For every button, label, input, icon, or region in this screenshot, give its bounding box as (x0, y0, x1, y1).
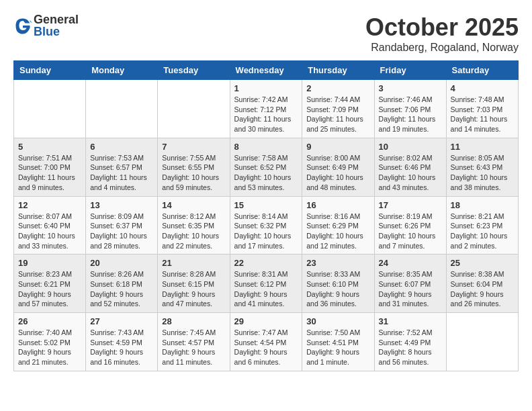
calendar-cell: 12Sunrise: 8:07 AMSunset: 6:40 PMDayligh… (14, 196, 86, 255)
day-number: 25 (451, 258, 514, 268)
calendar-cell: 4Sunrise: 7:48 AMSunset: 7:03 PMDaylight… (446, 80, 518, 138)
calendar-week-row: 1Sunrise: 7:42 AMSunset: 7:12 PMDaylight… (14, 80, 519, 138)
location: Randaberg, Rogaland, Norway (365, 42, 519, 54)
day-info: Sunrise: 8:35 AMSunset: 6:07 PMDaylight:… (379, 269, 442, 309)
day-info: Sunrise: 7:51 AMSunset: 7:00 PMDaylight:… (18, 153, 81, 193)
day-info: Sunrise: 8:33 AMSunset: 6:10 PMDaylight:… (306, 269, 369, 309)
day-number: 28 (162, 316, 225, 326)
logo-icon (13, 16, 32, 35)
day-number: 4 (451, 83, 514, 93)
day-info: Sunrise: 7:53 AMSunset: 6:57 PMDaylight:… (90, 153, 153, 193)
day-number: 13 (90, 200, 153, 210)
calendar-cell: 20Sunrise: 8:26 AMSunset: 6:18 PMDayligh… (86, 255, 158, 313)
day-number: 8 (234, 142, 298, 152)
day-info: Sunrise: 8:09 AMSunset: 6:37 PMDaylight:… (90, 212, 153, 251)
day-info: Sunrise: 8:28 AMSunset: 6:15 PMDaylight:… (162, 269, 225, 309)
day-info: Sunrise: 7:45 AMSunset: 4:57 PMDaylight:… (162, 328, 225, 367)
day-number: 18 (451, 200, 514, 210)
day-info: Sunrise: 7:43 AMSunset: 4:59 PMDaylight:… (90, 328, 153, 367)
calendar-cell (446, 313, 518, 371)
title-section: October 2025 Randaberg, Rogaland, Norway (365, 13, 519, 54)
calendar-cell: 1Sunrise: 7:42 AMSunset: 7:12 PMDaylight… (230, 80, 302, 138)
calendar-week-row: 26Sunrise: 7:40 AMSunset: 5:02 PMDayligh… (14, 313, 519, 371)
day-info: Sunrise: 7:40 AMSunset: 5:02 PMDaylight:… (18, 328, 81, 367)
day-info: Sunrise: 8:19 AMSunset: 6:26 PMDaylight:… (379, 212, 442, 251)
page-header: General Blue October 2025 Randaberg, Rog… (13, 13, 519, 54)
logo: General Blue (13, 13, 79, 38)
calendar-cell: 30Sunrise: 7:50 AMSunset: 4:51 PMDayligh… (302, 313, 374, 371)
day-number: 26 (18, 316, 81, 326)
calendar-cell: 6Sunrise: 7:53 AMSunset: 6:57 PMDaylight… (86, 138, 158, 196)
calendar-cell (158, 80, 230, 138)
logo-general-text: General (34, 13, 79, 26)
day-number: 17 (379, 200, 442, 210)
calendar-cell (86, 80, 158, 138)
calendar-cell: 29Sunrise: 7:47 AMSunset: 4:54 PMDayligh… (230, 313, 302, 371)
calendar-week-row: 5Sunrise: 7:51 AMSunset: 7:00 PMDaylight… (14, 138, 519, 196)
day-number: 14 (162, 200, 225, 210)
calendar-cell: 21Sunrise: 8:28 AMSunset: 6:15 PMDayligh… (158, 255, 230, 313)
day-info: Sunrise: 8:26 AMSunset: 6:18 PMDaylight:… (90, 269, 153, 309)
day-info: Sunrise: 7:58 AMSunset: 6:52 PMDaylight:… (234, 153, 298, 193)
day-info: Sunrise: 8:38 AMSunset: 6:04 PMDaylight:… (451, 269, 514, 309)
weekday-header-row: SundayMondayTuesdayWednesdayThursdayFrid… (14, 61, 519, 80)
logo-text: General Blue (34, 13, 79, 38)
day-info: Sunrise: 8:16 AMSunset: 6:29 PMDaylight:… (306, 212, 369, 251)
day-info: Sunrise: 8:23 AMSunset: 6:21 PMDaylight:… (18, 269, 81, 309)
day-info: Sunrise: 7:46 AMSunset: 7:06 PMDaylight:… (379, 95, 442, 134)
day-number: 15 (234, 200, 298, 210)
day-info: Sunrise: 8:14 AMSunset: 6:32 PMDaylight:… (234, 212, 298, 251)
day-number: 10 (379, 142, 442, 152)
day-number: 31 (379, 316, 442, 326)
calendar-table: SundayMondayTuesdayWednesdayThursdayFrid… (13, 60, 519, 371)
day-number: 6 (90, 142, 153, 152)
day-info: Sunrise: 7:52 AMSunset: 4:49 PMDaylight:… (379, 328, 442, 367)
day-number: 9 (306, 142, 369, 152)
day-number: 22 (234, 258, 298, 268)
calendar-cell: 23Sunrise: 8:33 AMSunset: 6:10 PMDayligh… (302, 255, 374, 313)
day-info: Sunrise: 8:31 AMSunset: 6:12 PMDaylight:… (234, 269, 298, 309)
weekday-header-thursday: Thursday (302, 61, 374, 80)
day-number: 7 (162, 142, 225, 152)
weekday-header-sunday: Sunday (14, 61, 86, 80)
calendar-cell: 7Sunrise: 7:55 AMSunset: 6:55 PMDaylight… (158, 138, 230, 196)
day-info: Sunrise: 7:50 AMSunset: 4:51 PMDaylight:… (306, 328, 369, 367)
day-number: 23 (306, 258, 369, 268)
day-number: 3 (379, 83, 442, 93)
weekday-header-saturday: Saturday (446, 61, 518, 80)
logo-blue-text: Blue (34, 26, 79, 38)
calendar-cell: 24Sunrise: 8:35 AMSunset: 6:07 PMDayligh… (374, 255, 446, 313)
calendar-cell: 25Sunrise: 8:38 AMSunset: 6:04 PMDayligh… (446, 255, 518, 313)
weekday-header-monday: Monday (86, 61, 158, 80)
calendar-cell: 2Sunrise: 7:44 AMSunset: 7:09 PMDaylight… (302, 80, 374, 138)
calendar-cell (14, 80, 86, 138)
day-number: 5 (18, 142, 81, 152)
weekday-header-wednesday: Wednesday (230, 61, 302, 80)
calendar-cell: 9Sunrise: 8:00 AMSunset: 6:49 PMDaylight… (302, 138, 374, 196)
day-info: Sunrise: 8:00 AMSunset: 6:49 PMDaylight:… (306, 153, 369, 193)
day-number: 1 (234, 83, 298, 93)
calendar-cell: 27Sunrise: 7:43 AMSunset: 4:59 PMDayligh… (86, 313, 158, 371)
calendar-cell: 19Sunrise: 8:23 AMSunset: 6:21 PMDayligh… (14, 255, 86, 313)
month-title: October 2025 (365, 13, 519, 42)
day-info: Sunrise: 7:44 AMSunset: 7:09 PMDaylight:… (306, 95, 369, 134)
calendar-cell: 8Sunrise: 7:58 AMSunset: 6:52 PMDaylight… (230, 138, 302, 196)
calendar-cell: 17Sunrise: 8:19 AMSunset: 6:26 PMDayligh… (374, 196, 446, 255)
day-number: 20 (90, 258, 153, 268)
day-info: Sunrise: 7:47 AMSunset: 4:54 PMDaylight:… (234, 328, 298, 367)
day-info: Sunrise: 8:21 AMSunset: 6:23 PMDaylight:… (451, 212, 514, 251)
day-info: Sunrise: 8:07 AMSunset: 6:40 PMDaylight:… (18, 212, 81, 251)
day-number: 19 (18, 258, 81, 268)
weekday-header-friday: Friday (374, 61, 446, 80)
day-info: Sunrise: 7:48 AMSunset: 7:03 PMDaylight:… (451, 95, 514, 134)
calendar-cell: 14Sunrise: 8:12 AMSunset: 6:35 PMDayligh… (158, 196, 230, 255)
calendar-cell: 22Sunrise: 8:31 AMSunset: 6:12 PMDayligh… (230, 255, 302, 313)
day-number: 27 (90, 316, 153, 326)
calendar-cell: 3Sunrise: 7:46 AMSunset: 7:06 PMDaylight… (374, 80, 446, 138)
calendar-cell: 16Sunrise: 8:16 AMSunset: 6:29 PMDayligh… (302, 196, 374, 255)
day-number: 29 (234, 316, 298, 326)
calendar-cell: 11Sunrise: 8:05 AMSunset: 6:43 PMDayligh… (446, 138, 518, 196)
day-number: 30 (306, 316, 369, 326)
day-number: 12 (18, 200, 81, 210)
calendar-cell: 18Sunrise: 8:21 AMSunset: 6:23 PMDayligh… (446, 196, 518, 255)
